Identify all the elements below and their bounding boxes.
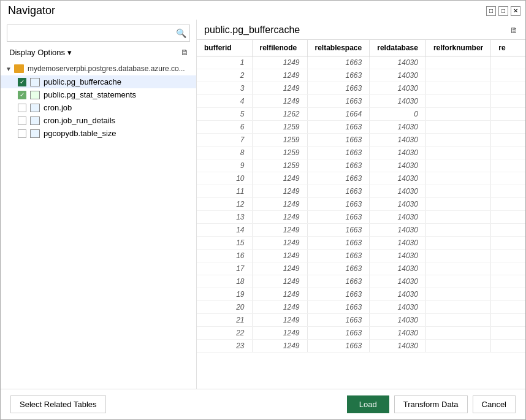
preview-header: public.pg_buffercache 🗎 bbox=[197, 20, 525, 39]
table-cell: 14030 bbox=[370, 224, 426, 237]
item-label-cron-job-run-details: cron.job_run_details bbox=[44, 116, 115, 125]
table-icon-cron-job-run-details bbox=[30, 116, 40, 125]
table-cell: 1249 bbox=[252, 82, 307, 95]
transform-data-button[interactable]: Transform Data bbox=[394, 395, 468, 413]
table-cell: 1249 bbox=[252, 198, 307, 211]
table-cell bbox=[491, 172, 525, 185]
table-cell bbox=[425, 159, 490, 172]
table-cell bbox=[425, 185, 490, 198]
col-reldatabase: reldatabase bbox=[370, 40, 426, 56]
table-cell: 1663 bbox=[307, 301, 370, 314]
table-cell: 1249 bbox=[252, 172, 307, 185]
table-cell: 1663 bbox=[307, 340, 370, 353]
table-cell: 5 bbox=[197, 108, 252, 121]
table-row: 211249166314030 bbox=[197, 314, 525, 327]
table-cell bbox=[491, 288, 525, 301]
tree-server-node[interactable]: ▼ mydemoserverpbi.postgres.database.azur… bbox=[1, 62, 196, 75]
table-cell: 13 bbox=[197, 211, 252, 224]
table-cell: 1249 bbox=[252, 237, 307, 250]
table-cell: 19 bbox=[197, 288, 252, 301]
preview-toggle-button[interactable]: 🗎 bbox=[180, 47, 190, 58]
select-related-tables-button[interactable]: Select Related Tables bbox=[10, 395, 106, 413]
table-cell bbox=[425, 69, 490, 82]
table-row: 11249166314030 bbox=[197, 56, 525, 69]
preview-action-button[interactable]: 🗎 bbox=[510, 26, 518, 35]
table-cell: 7 bbox=[197, 134, 252, 147]
search-input[interactable] bbox=[7, 25, 190, 42]
checkbox-pgcopydb-table-size[interactable] bbox=[18, 129, 26, 138]
table-cell: 14030 bbox=[370, 301, 426, 314]
table-cell bbox=[425, 198, 490, 211]
table-cell: 9 bbox=[197, 159, 252, 172]
table-cell bbox=[491, 327, 525, 340]
load-button[interactable]: Load bbox=[347, 395, 389, 413]
checkbox-cron-job-run-details[interactable] bbox=[18, 116, 26, 125]
display-options-arrow-icon: ▾ bbox=[67, 48, 72, 57]
table-cell bbox=[491, 95, 525, 108]
table-cell: 14 bbox=[197, 224, 252, 237]
table-cell: 1249 bbox=[252, 56, 307, 69]
table-icon-buffercache bbox=[30, 78, 40, 86]
checkbox-stat-statements[interactable] bbox=[18, 91, 26, 99]
table-cell: 14030 bbox=[370, 275, 426, 288]
preview-title: public.pg_buffercache bbox=[204, 25, 300, 36]
close-button[interactable]: ✕ bbox=[511, 6, 520, 16]
table-cell: 1249 bbox=[252, 340, 307, 353]
table-cell: 1259 bbox=[252, 147, 307, 159]
table-cell: 14030 bbox=[370, 185, 426, 198]
maximize-button[interactable]: □ bbox=[498, 6, 508, 16]
tree-item-buffercache[interactable]: public.pg_buffercache bbox=[1, 75, 196, 88]
table-row: 171249166314030 bbox=[197, 262, 525, 275]
minimize-button[interactable]: □ bbox=[486, 6, 496, 16]
table-cell: 1663 bbox=[307, 56, 370, 69]
table-cell bbox=[491, 211, 525, 224]
tree-item-stat-statements[interactable]: public.pg_stat_statements bbox=[1, 88, 196, 101]
display-options-row: Display Options ▾ 🗎 bbox=[1, 45, 196, 62]
table-cell bbox=[425, 250, 490, 262]
table-cell: 1664 bbox=[307, 108, 370, 121]
table-cell bbox=[425, 211, 490, 224]
table-cell: 3 bbox=[197, 82, 252, 95]
checkbox-buffercache[interactable] bbox=[18, 78, 26, 86]
table-cell: 14030 bbox=[370, 172, 426, 185]
table-icon-stat-statements bbox=[30, 91, 40, 99]
table-cell: 14030 bbox=[370, 134, 426, 147]
search-icon[interactable]: 🔍 bbox=[176, 28, 186, 38]
table-cell bbox=[491, 147, 525, 159]
table-cell: 23 bbox=[197, 340, 252, 353]
table-cell bbox=[491, 82, 525, 95]
display-options-label: Display Options bbox=[9, 48, 65, 57]
col-relfilenode: relfilenode bbox=[252, 40, 307, 56]
tree-item-pgcopydb-table-size[interactable]: pgcopydb.table_size bbox=[1, 127, 196, 140]
table-cell: 1249 bbox=[252, 250, 307, 262]
table-cell bbox=[491, 69, 525, 82]
table-cell: 14030 bbox=[370, 237, 426, 250]
checkbox-cron-job[interactable] bbox=[18, 104, 26, 112]
tree-item-cron-job[interactable]: cron.job bbox=[1, 101, 196, 114]
table-cell: 14030 bbox=[370, 69, 426, 82]
table-row: 61259166314030 bbox=[197, 121, 525, 134]
table-cell: 1249 bbox=[252, 211, 307, 224]
right-panel: public.pg_buffercache 🗎 bufferid relfile… bbox=[197, 20, 525, 389]
table-cell: 1663 bbox=[307, 224, 370, 237]
col-bufferid: bufferid bbox=[197, 40, 252, 56]
table-cell bbox=[491, 250, 525, 262]
server-icon bbox=[14, 64, 24, 73]
navigator-window: Navigator □ □ ✕ 🔍 Display Options ▾ 🗎 bbox=[0, 0, 526, 420]
table-cell: 14030 bbox=[370, 147, 426, 159]
table-cell bbox=[425, 224, 490, 237]
table-cell: 1249 bbox=[252, 327, 307, 340]
table-cell: 1249 bbox=[252, 69, 307, 82]
data-table-container[interactable]: bufferid relfilenode reltablespace relda… bbox=[197, 39, 525, 389]
table-cell: 1249 bbox=[252, 95, 307, 108]
table-cell bbox=[491, 198, 525, 211]
table-row: 191249166314030 bbox=[197, 288, 525, 301]
tree-item-cron-job-run-details[interactable]: cron.job_run_details bbox=[1, 114, 196, 127]
table-cell: 1249 bbox=[252, 314, 307, 327]
table-cell: 1663 bbox=[307, 147, 370, 159]
table-cell: 1663 bbox=[307, 237, 370, 250]
table-cell bbox=[425, 82, 490, 95]
display-options-button[interactable]: Display Options ▾ bbox=[7, 47, 74, 58]
cancel-button[interactable]: Cancel bbox=[473, 395, 516, 413]
col-re: re bbox=[491, 40, 525, 56]
